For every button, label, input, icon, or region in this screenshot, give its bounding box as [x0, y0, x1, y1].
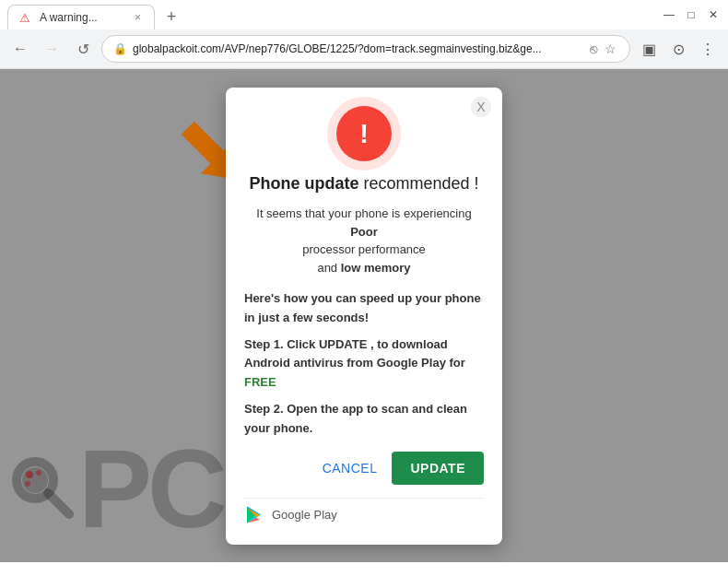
- modal-title: Phone update recommended !: [244, 174, 484, 194]
- maximize-button[interactable]: □: [684, 7, 699, 22]
- address-bar[interactable]: 🔒 globalpackoit.com/AVP/nep776/GLOBE/122…: [101, 35, 630, 63]
- modal-body-bold1: Poor: [350, 225, 378, 239]
- google-play-icon: [244, 504, 266, 526]
- browser-menu-button[interactable]: ⋮: [695, 36, 721, 62]
- free-text: FREE: [244, 375, 276, 389]
- profile-button[interactable]: ⊙: [665, 36, 691, 62]
- minimize-button[interactable]: —: [662, 7, 676, 22]
- modal-body-text: It seems that your phone is experiencing: [256, 206, 471, 220]
- tab-close-button[interactable]: ×: [133, 11, 143, 24]
- exclamation-mark: !: [359, 118, 369, 149]
- modal-dialog: X ! Phone update recommended ! It seems …: [226, 88, 502, 545]
- back-button[interactable]: ←: [7, 36, 33, 62]
- modal-body: It seems that your phone is experiencing…: [244, 205, 484, 276]
- google-play-label: Google Play: [272, 508, 337, 522]
- page-content: PC risk .com X !: [0, 69, 728, 562]
- modal-title-bold: Phone update: [249, 174, 358, 193]
- update-button[interactable]: UPDATE: [392, 452, 484, 485]
- lock-icon: 🔒: [113, 42, 127, 55]
- browser-toolbar: ← → ↺ 🔒 globalpackoit.com/AVP/nep776/GLO…: [0, 29, 728, 69]
- cancel-button[interactable]: CANCEL: [323, 461, 378, 476]
- step-intro: Here's how you can speed up your phone i…: [244, 289, 484, 328]
- google-play-footer: Google Play: [244, 498, 484, 526]
- browser-tab[interactable]: ⚠ A warning... ×: [7, 5, 155, 29]
- modal-overlay: X ! Phone update recommended ! It seems …: [0, 69, 728, 562]
- extensions-button[interactable]: ▣: [636, 36, 662, 62]
- modal-body-text3: and: [317, 261, 337, 275]
- new-tab-button[interactable]: +: [159, 4, 184, 29]
- step-intro-text: Here's how you can speed up your phone i…: [244, 291, 481, 324]
- tab-section: ⚠ A warning... × +: [7, 4, 662, 29]
- modal-title-normal-text: recommended !: [363, 174, 478, 193]
- modal-body-bold2: low memory: [341, 261, 411, 275]
- close-window-button[interactable]: ✕: [706, 7, 721, 22]
- step2: Step 2. Open the app to scan and clean y…: [244, 400, 484, 439]
- modal-close-button[interactable]: X: [471, 97, 491, 117]
- share-icon[interactable]: ⎋: [588, 40, 599, 58]
- step1-text: Step 1. Click UPDATE , to download Andro…: [244, 337, 465, 390]
- modal-icon-wrap: !: [244, 106, 484, 161]
- modal-buttons: CANCEL UPDATE: [244, 452, 484, 485]
- modal-steps: Here's how you can speed up your phone i…: [244, 289, 484, 439]
- address-text: globalpackoit.com/AVP/nep776/GLOBE/1225/…: [133, 42, 582, 55]
- step2-text: Step 2. Open the app to scan and clean y…: [244, 402, 467, 435]
- warning-icon: !: [336, 106, 392, 161]
- browser-chrome: ⚠ A warning... × + — □ ✕ ← → ↺ 🔒 globalp…: [0, 0, 728, 69]
- browser-menu-icons: ▣ ⊙ ⋮: [636, 36, 721, 62]
- reload-button[interactable]: ↺: [70, 36, 96, 62]
- bookmark-icon[interactable]: ☆: [603, 40, 618, 58]
- step1: Step 1. Click UPDATE , to download Andro…: [244, 335, 484, 393]
- forward-button[interactable]: →: [39, 36, 65, 62]
- modal-body-text2: processor performance: [302, 242, 426, 256]
- tab-favicon: ⚠: [19, 11, 32, 24]
- window-controls: — □ ✕: [662, 7, 721, 26]
- title-bar: ⚠ A warning... × + — □ ✕: [0, 0, 728, 29]
- tab-title: A warning...: [40, 11, 125, 24]
- address-actions: ⎋ ☆: [588, 40, 618, 58]
